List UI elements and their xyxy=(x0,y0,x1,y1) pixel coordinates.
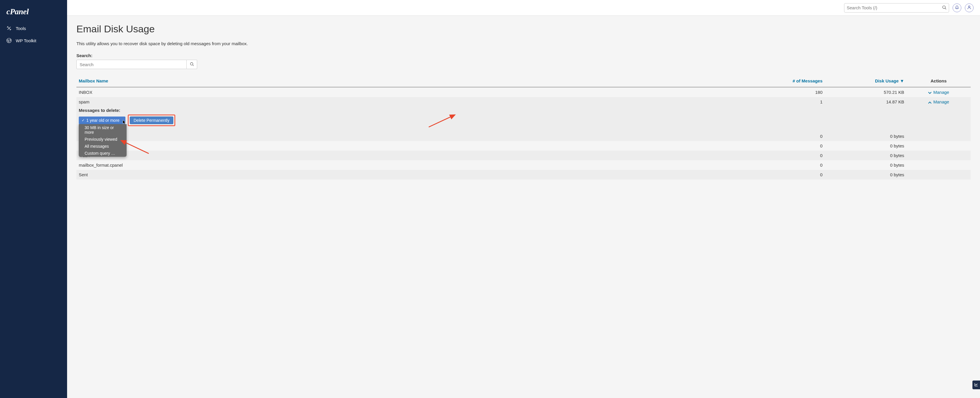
cell-disk: 0 bytes xyxy=(825,141,907,151)
manage-panel-label: Messages to delete: xyxy=(79,108,968,113)
col-header-name[interactable]: Mailbox Name xyxy=(76,75,767,87)
cell-disk: 570.21 KB xyxy=(825,87,907,97)
topbar xyxy=(67,0,980,16)
tools-icon xyxy=(6,25,12,31)
table-row: spam 1 14.87 KB Manage xyxy=(76,97,970,107)
user-icon xyxy=(967,5,971,10)
main: Email Disk Usage This utility allows you… xyxy=(67,0,980,398)
chevron-up-icon xyxy=(928,99,933,104)
cell-name xyxy=(76,141,767,151)
search-tools-wrap xyxy=(844,3,949,13)
cell-msgs: 0 xyxy=(767,132,825,141)
col-header-actions: Actions xyxy=(907,75,970,87)
chart-icon xyxy=(974,382,978,387)
cell-disk: 0 bytes xyxy=(825,170,907,179)
table-row: Trash 0 0 bytes xyxy=(76,151,970,160)
table-row: Sent 0 0 bytes xyxy=(76,170,970,179)
mailbox-search-button[interactable] xyxy=(187,60,197,69)
manage-panel-controls: 1 year old or more 30 MB in size or more… xyxy=(79,114,968,126)
manage-panel-row: Messages to delete: 1 year old or more 3… xyxy=(76,107,970,132)
cell-msgs: 0 xyxy=(767,141,825,151)
table-row: INBOX 180 570.21 KB Manage xyxy=(76,87,970,97)
dropdown-item[interactable]: All messages xyxy=(79,143,127,150)
delete-filter-dropdown[interactable]: 1 year old or more 30 MB in size or more… xyxy=(79,117,126,124)
dropdown-item[interactable]: Custom query … xyxy=(79,150,127,157)
cell-disk: 14.87 KB xyxy=(825,97,907,107)
search-label: Search: xyxy=(76,53,970,58)
delete-button-highlight: Delete Permanently xyxy=(128,114,175,126)
table-row: 0 0 bytes xyxy=(76,132,970,141)
sidebar-item-label: Tools xyxy=(16,26,26,31)
svg-point-3 xyxy=(190,62,193,65)
page-description: This utility allows you to recover disk … xyxy=(76,41,970,46)
sidebar-item-wp-toolkit[interactable]: WP Toolkit xyxy=(0,34,67,47)
manage-label: Manage xyxy=(933,99,949,104)
dropdown-item[interactable]: Previously viewed xyxy=(79,136,127,143)
dropdown-selected[interactable]: 1 year old or more xyxy=(79,117,126,124)
cell-name: spam xyxy=(76,97,767,107)
mailbox-table: Mailbox Name # of Messages Disk Usage ▼ … xyxy=(76,75,970,179)
svg-point-2 xyxy=(968,6,970,7)
cell-disk: 0 bytes xyxy=(825,160,907,170)
svg-point-1 xyxy=(943,6,945,8)
sidebar-item-tools[interactable]: Tools xyxy=(0,22,67,34)
search-tools-input[interactable] xyxy=(847,5,942,10)
manage-link[interactable]: Manage xyxy=(907,97,970,107)
mailbox-search-row xyxy=(76,60,970,69)
table-row: 0 0 bytes xyxy=(76,141,970,151)
notifications-button[interactable] xyxy=(953,3,961,12)
logo: cPanel xyxy=(0,3,67,22)
cell-name: Sent xyxy=(76,170,767,179)
dropdown-item[interactable]: 30 MB in size or more xyxy=(79,124,127,136)
cell-disk: 0 bytes xyxy=(825,132,907,141)
table-row: mailbox_format.cpanel 0 0 bytes xyxy=(76,160,970,170)
col-header-disk[interactable]: Disk Usage ▼ xyxy=(825,75,907,87)
bell-icon xyxy=(955,5,959,10)
sidebar-item-label: WP Toolkit xyxy=(16,38,36,43)
app-root: cPanel Tools WP Toolkit xyxy=(0,0,980,398)
wordpress-icon xyxy=(6,38,12,43)
col-header-msgs[interactable]: # of Messages xyxy=(767,75,825,87)
manage-label: Manage xyxy=(933,90,949,95)
brand-text: cPanel xyxy=(6,7,29,16)
search-icon[interactable] xyxy=(942,5,947,11)
cell-name: INBOX xyxy=(76,87,767,97)
cell-disk: 0 bytes xyxy=(825,151,907,160)
manage-link[interactable]: Manage xyxy=(907,87,970,97)
cell-msgs: 0 xyxy=(767,151,825,160)
mailbox-search-input[interactable] xyxy=(76,60,187,69)
page-title: Email Disk Usage xyxy=(76,23,970,35)
sidebar: cPanel Tools WP Toolkit xyxy=(0,0,67,398)
cell-msgs: 0 xyxy=(767,160,825,170)
search-icon xyxy=(190,62,194,67)
chevron-down-icon xyxy=(928,90,933,95)
cell-name: Trash xyxy=(76,151,767,160)
dropdown-menu: 30 MB in size or more Previously viewed … xyxy=(79,124,127,157)
cell-name: mailbox_format.cpanel xyxy=(76,160,767,170)
delete-permanently-button[interactable]: Delete Permanently xyxy=(130,117,173,124)
svg-point-0 xyxy=(7,38,11,43)
cell-msgs: 1 xyxy=(767,97,825,107)
cell-name xyxy=(76,132,767,141)
cell-msgs: 180 xyxy=(767,87,825,97)
cell-msgs: 0 xyxy=(767,170,825,179)
content: Email Disk Usage This utility allows you… xyxy=(67,16,980,187)
stats-fab[interactable] xyxy=(972,381,980,389)
account-button[interactable] xyxy=(965,3,974,12)
